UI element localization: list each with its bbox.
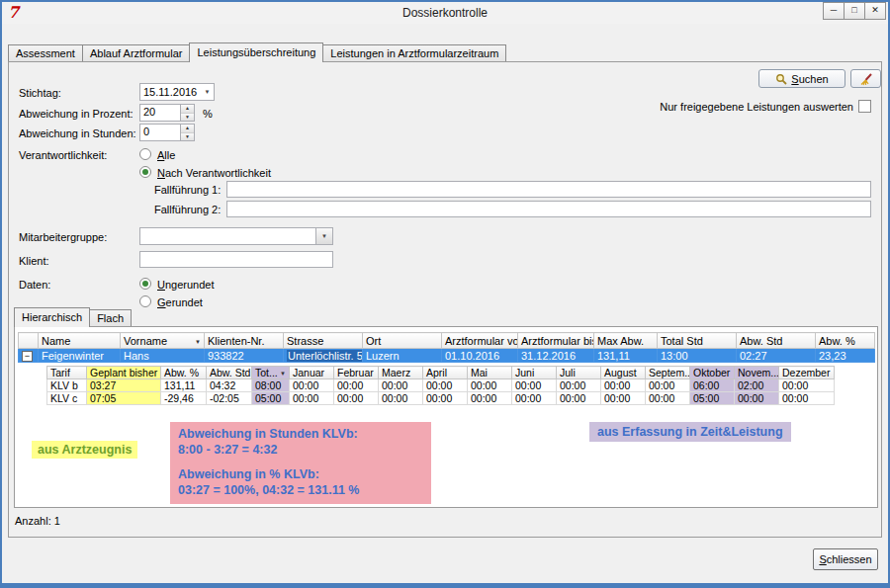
cell-monat[interactable]: 00:00 <box>468 392 512 405</box>
col-juli[interactable]: Juli <box>557 367 601 379</box>
cell-monat[interactable]: 00:00 <box>512 392 557 405</box>
radio-alle-label[interactable]: Alle <box>157 149 175 161</box>
cell-monat[interactable]: 00:00 <box>379 392 423 405</box>
close-button[interactable]: ✕ <box>864 2 886 20</box>
tab-leistungsueberschreitung[interactable]: Leistungsüberschreitung <box>189 42 323 62</box>
col-klienten-nr[interactable]: Klienten-Nr. <box>205 333 284 349</box>
col-arztformular-von[interactable]: Arztformular von <box>442 333 518 349</box>
cell-monat[interactable]: 00:00 <box>601 379 646 392</box>
radio-nach-verantwortlichkeit-label[interactable]: Nach Verantwortlichkeit <box>157 167 271 179</box>
cell-monat[interactable]: 00:00 <box>779 392 835 405</box>
minimize-button[interactable]: ─ <box>823 2 845 20</box>
cell-monat[interactable]: 00:00 <box>423 379 468 392</box>
radio-gerundet[interactable] <box>139 295 151 307</box>
cell-monat[interactable]: 00:00 <box>379 379 423 392</box>
detail-row-klvb[interactable]: KLV b 03:27 131,11 04:32 08:00 00:00 00:… <box>47 379 835 392</box>
cell-oktober[interactable]: 05:00 <box>690 392 735 405</box>
tab-hierarchisch[interactable]: Hierarchisch <box>14 307 90 327</box>
cell-geplant-bisher[interactable]: 07:05 <box>87 392 161 405</box>
cell-monat[interactable]: 00:00 <box>334 379 379 392</box>
spin-down-icon[interactable]: ▼ <box>181 114 194 122</box>
cell-total-std[interactable]: 13:00 <box>658 349 737 363</box>
col-abw-std[interactable]: Abw. Std <box>737 333 816 349</box>
cell-tarif[interactable]: KLV b <box>47 379 87 392</box>
col-vorname[interactable]: ▼Vorname <box>121 333 205 349</box>
cell-monat[interactable]: 00:00 <box>423 392 468 405</box>
mitarbeitergruppe-select[interactable]: ▼ <box>139 227 333 245</box>
cell-abw-prozent[interactable]: 131,11 <box>161 379 207 392</box>
cell-abw-std[interactable]: 04:32 <box>207 379 252 392</box>
col-juni[interactable]: Juni <box>512 367 557 379</box>
col-april[interactable]: April <box>423 367 468 379</box>
cell-monat[interactable]: 00:00 <box>290 392 334 405</box>
tab-leistungen-arztformularzeitraum[interactable]: Leistungen in Arztformularzeitraum <box>322 44 506 61</box>
cell-abw-std[interactable]: -02:05 <box>207 392 252 405</box>
col-tarif[interactable]: Tarif <box>47 367 87 379</box>
col-februar[interactable]: Februar <box>334 367 379 379</box>
col-august[interactable]: August <box>601 367 646 379</box>
cell-monat[interactable]: 00:00 <box>468 379 512 392</box>
cell-monat[interactable]: 00:00 <box>646 379 690 392</box>
cell-total[interactable]: 08:00 <box>252 379 290 392</box>
fallfuehrung2-input[interactable] <box>226 201 871 217</box>
cell-november[interactable]: 00:00 <box>735 392 779 405</box>
col-oktober[interactable]: Oktober <box>690 367 735 379</box>
radio-ungerundet-label[interactable]: Ungerundet <box>157 279 215 291</box>
col-name[interactable]: Name <box>39 333 121 349</box>
fallfuehrung1-input[interactable] <box>226 181 871 198</box>
radio-gerundet-label[interactable]: Gerundet <box>157 296 203 308</box>
cell-vorname[interactable]: Hans <box>121 349 205 363</box>
cell-monat[interactable]: 00:00 <box>601 392 646 405</box>
cell-total[interactable]: 05:00 <box>252 392 290 405</box>
cell-monat[interactable]: 00:00 <box>512 379 557 392</box>
suchen-button[interactable]: Suchen <box>758 69 846 88</box>
col-total[interactable]: ▼Tot... <box>252 367 290 379</box>
col-abw-std[interactable]: Abw. Std <box>207 367 252 379</box>
radio-ungerundet[interactable] <box>139 278 151 290</box>
cell-november[interactable]: 02:00 <box>735 379 779 392</box>
col-max-abw[interactable]: Max Abw. <box>594 333 658 349</box>
col-mai[interactable]: Mai <box>468 367 512 379</box>
col-abw-prozent[interactable]: Abw. % <box>161 367 207 379</box>
collapse-icon[interactable]: − <box>22 351 33 362</box>
chevron-down-icon[interactable]: ▼ <box>201 89 214 95</box>
chevron-down-icon[interactable]: ▼ <box>315 228 332 244</box>
spin-up-icon[interactable]: ▲ <box>181 105 194 114</box>
cell-strasse[interactable]: Unterlöchlistr. 5 <box>284 349 363 363</box>
filter-checkbox[interactable] <box>858 100 871 113</box>
row-expander-cell[interactable]: − <box>19 349 39 363</box>
abweichung-prozent-stepper[interactable]: 20 ▲ ▼ <box>139 104 195 122</box>
cell-monat[interactable]: 00:00 <box>779 379 835 392</box>
klient-input[interactable] <box>139 251 333 268</box>
cell-klienten-nr[interactable]: 933822 <box>205 349 284 363</box>
cell-abw-prozent[interactable]: -29,46 <box>161 392 207 405</box>
schliessen-button[interactable]: Schliessen <box>813 548 878 570</box>
col-strasse[interactable]: Strasse <box>284 333 363 349</box>
cell-max-abw[interactable]: 131,11 <box>594 349 658 363</box>
cell-arztformular-von[interactable]: 01.10.2016 <box>442 349 518 363</box>
col-november[interactable]: Novem... <box>735 367 779 379</box>
col-total-std[interactable]: Total Std <box>658 333 737 349</box>
radio-nach-verantwortlichkeit[interactable] <box>139 166 151 178</box>
col-dezember[interactable]: Dezember <box>779 367 835 379</box>
tab-flach[interactable]: Flach <box>89 309 132 326</box>
maximize-button[interactable]: □ <box>844 2 865 20</box>
reset-filter-button[interactable] <box>850 69 881 88</box>
col-ort[interactable]: Ort <box>363 333 442 349</box>
cell-abw-prozent[interactable]: 23,23 <box>816 349 875 363</box>
col-arztformular-bis[interactable]: Arztformular bis <box>518 333 594 349</box>
cell-tarif[interactable]: KLV c <box>47 392 87 405</box>
col-maerz[interactable]: Maerz <box>379 367 423 379</box>
col-abw-prozent[interactable]: Abw. % <box>816 333 875 349</box>
spin-down-icon[interactable]: ▼ <box>181 133 194 141</box>
cell-ort[interactable]: Luzern <box>363 349 442 363</box>
col-geplant-bisher[interactable]: Geplant bisher <box>87 367 161 379</box>
cell-arztformular-bis[interactable]: 31.12.2016 <box>518 349 594 363</box>
cell-monat[interactable]: 00:00 <box>334 392 379 405</box>
cell-geplant-bisher[interactable]: 03:27 <box>87 379 161 392</box>
cell-monat[interactable]: 00:00 <box>290 379 334 392</box>
cell-abw-std[interactable]: 02:27 <box>737 349 816 363</box>
cell-monat[interactable]: 00:00 <box>557 392 601 405</box>
abweichung-stunden-stepper[interactable]: 0 ▲ ▼ <box>139 124 195 141</box>
cell-monat[interactable]: 00:00 <box>646 392 690 405</box>
